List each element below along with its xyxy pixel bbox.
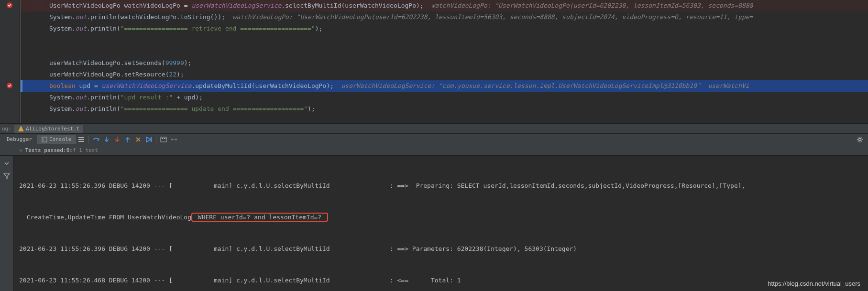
code-content[interactable]: UserWatchVideoLogPo watchVideoLogPo = us…: [20, 0, 868, 123]
code-line[interactable]: System.out.println("================= up…: [21, 103, 868, 115]
code-line-empty[interactable]: [21, 34, 868, 46]
expand-icon[interactable]: [3, 160, 11, 167]
tab-debugger[interactable]: Debugger: [2, 135, 37, 144]
svg-rect-4: [78, 139, 84, 140]
debug-toolbar: Debugger Console: [0, 134, 868, 145]
console-side-toolbar: [0, 156, 13, 291]
step-into-icon[interactable]: [103, 136, 110, 143]
svg-rect-8: [162, 138, 163, 139]
step-out-icon[interactable]: [124, 136, 132, 143]
evaluate-expression-icon[interactable]: [160, 136, 167, 143]
code-line[interactable]: userWatchVideoLogPo.setSeconds(99999);: [21, 57, 868, 69]
force-step-into-icon[interactable]: [113, 136, 121, 143]
svg-rect-6: [151, 137, 152, 142]
svg-rect-3: [78, 137, 84, 138]
toolbar-separator: [88, 136, 89, 143]
code-line-current[interactable]: boolean upd = userWatchVideoLogService.u…: [21, 80, 868, 92]
code-line[interactable]: userWatchVideoLogPo.setResource(22);: [21, 69, 868, 80]
console-line: 2021-06-23 11:55:26.396 DEBUG 14200 --- …: [19, 244, 862, 254]
editor-gutter: [0, 0, 20, 123]
svg-rect-5: [78, 141, 84, 142]
console-icon: [42, 137, 47, 142]
code-line-empty[interactable]: [21, 46, 868, 57]
trace-current-stream-chain-icon[interactable]: [170, 136, 178, 143]
execution-cursor-icon: [21, 80, 22, 92]
code-line[interactable]: UserWatchVideoLogPo watchVideoLogPo = us…: [21, 0, 868, 11]
code-editor[interactable]: UserWatchVideoLogPo watchVideoLogPo = us…: [0, 0, 868, 123]
run-tab-label: AliLogStoreTest.t: [26, 126, 80, 132]
breakpoint-icon[interactable]: [6, 82, 13, 89]
console-line: 2021-06-23 11:55:26.396 DEBUG 14200 --- …: [19, 181, 862, 191]
tests-total: of 1 test: [69, 147, 98, 153]
console-output[interactable]: 2021-06-23 11:55:26.396 DEBUG 14200 --- …: [13, 156, 868, 291]
drop-frame-icon[interactable]: [134, 136, 142, 143]
code-line[interactable]: System.out.println(watchVideoLogPo.toStr…: [21, 11, 868, 23]
run-configuration-bar: ug: AliLogStoreTest.t: [0, 123, 868, 134]
tests-passed-label: Tests passed:: [25, 147, 66, 153]
chevron-right-icon[interactable]: »: [19, 147, 22, 153]
watermark: https://blog.csdn.net/virtual_users: [768, 280, 860, 287]
svg-point-12: [859, 138, 861, 140]
test-config-icon: [18, 126, 24, 131]
svg-point-10: [171, 139, 173, 140]
code-line[interactable]: System.out.println("upd result :" + upd)…: [21, 92, 868, 103]
step-over-icon[interactable]: [92, 136, 100, 143]
filter-icon[interactable]: [3, 172, 11, 180]
breakpoint-icon[interactable]: [6, 1, 13, 9]
sql-where-highlight: WHERE userId=? and lessonItemId=?: [191, 213, 328, 222]
tests-passed-count: 0: [66, 147, 70, 153]
svg-point-11: [175, 139, 177, 140]
svg-rect-7: [161, 137, 166, 142]
svg-rect-2: [42, 137, 47, 142]
tests-status-bar: » Tests passed: 0 of 1 test: [0, 145, 868, 156]
code-line[interactable]: System.out.println("================= re…: [21, 23, 868, 34]
console-line: CreateTime,UpdateTime FROM UserWatchVide…: [19, 212, 862, 223]
run-to-cursor-icon[interactable]: [145, 136, 153, 143]
threads-icon[interactable]: [77, 136, 85, 143]
settings-icon[interactable]: [856, 136, 864, 143]
toolbar-separator: [156, 136, 156, 143]
tab-console[interactable]: Console: [37, 135, 76, 144]
svg-rect-9: [164, 138, 165, 139]
console-line: 2021-06-23 11:55:26.468 DEBUG 14200 --- …: [19, 275, 862, 286]
run-panel-label: ug:: [2, 126, 11, 132]
run-tab[interactable]: AliLogStoreTest.t: [14, 125, 84, 133]
